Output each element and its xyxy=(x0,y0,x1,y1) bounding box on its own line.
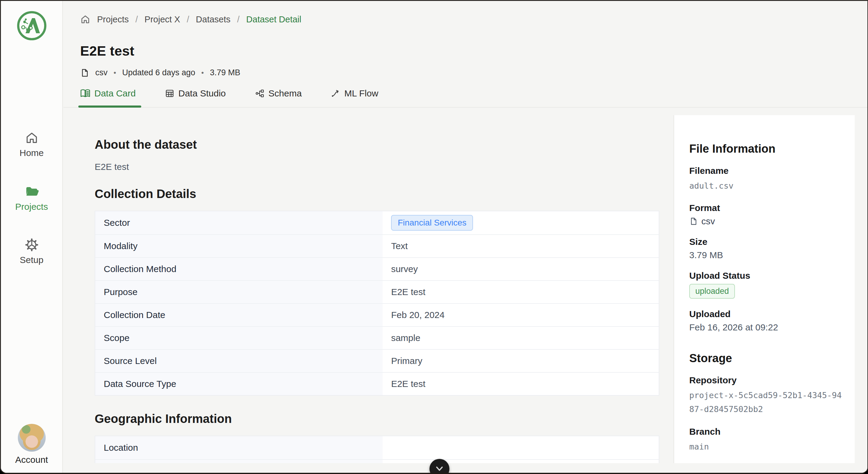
table-row: Country xyxy=(95,459,659,463)
about-heading: About the dataset xyxy=(95,138,659,152)
field-label: Filename xyxy=(689,166,844,176)
row-label: Location xyxy=(95,436,382,459)
field-label: Size xyxy=(689,237,844,247)
breadcrumb-item-dataset-detail: Dataset Detail xyxy=(246,14,301,25)
table-row: Modality Text xyxy=(95,234,659,257)
row-label: Sector xyxy=(95,211,382,234)
book-open-icon xyxy=(80,88,90,99)
dataset-meta: csv • Updated 6 days ago • 3.79 MB xyxy=(80,68,867,77)
file-info-heading: File Information xyxy=(689,143,844,155)
breadcrumb-separator: / xyxy=(237,14,240,25)
meta-updated: Updated 6 days ago xyxy=(122,68,195,77)
sidebar-item-home[interactable]: Home xyxy=(19,131,43,158)
row-value: Primary xyxy=(382,350,659,372)
table-row: Data Source Type E2E test xyxy=(95,372,659,395)
chevron-down-icon xyxy=(434,464,445,474)
sidebar-item-label: Home xyxy=(19,148,43,158)
content-viewport: About the dataset E2E test Collection De… xyxy=(63,108,867,463)
size-field: Size 3.79 MB xyxy=(689,237,844,260)
upload-status-field: Upload Status uploaded xyxy=(689,271,844,299)
row-value xyxy=(382,436,659,459)
sidebar-item-label: Setup xyxy=(20,255,43,265)
table-row: Collection Date Feb 20, 2024 xyxy=(95,303,659,326)
table-row: Sector Financial Services xyxy=(95,211,659,234)
sidebar-item-projects[interactable]: Projects xyxy=(15,184,48,212)
tab-schema[interactable]: Schema xyxy=(255,88,302,107)
sector-badge: Financial Services xyxy=(391,215,473,231)
sidebar: Home Projects xyxy=(1,1,63,473)
branch-value: main xyxy=(689,440,844,454)
flow-arrow-icon xyxy=(331,89,341,98)
tab-label: Data Card xyxy=(94,88,136,99)
breadcrumb-home-icon[interactable] xyxy=(80,14,90,25)
upload-status-badge: uploaded xyxy=(689,284,735,299)
about-description: E2E test xyxy=(95,162,659,172)
file-icon xyxy=(689,217,698,225)
tab-label: Schema xyxy=(269,88,302,99)
tab-label: ML Flow xyxy=(344,88,378,99)
geographic-table: Location Country xyxy=(95,436,659,463)
row-value: Text xyxy=(382,235,659,257)
breadcrumb-item-projects[interactable]: Projects xyxy=(97,14,129,25)
row-value: Feb 20, 2024 xyxy=(382,304,659,326)
sidebar-nav: Home Projects xyxy=(15,131,48,291)
breadcrumb-separator: / xyxy=(135,14,138,25)
filename-value: adult.csv xyxy=(689,179,844,193)
filename-field: Filename adult.csv xyxy=(689,166,844,193)
meta-format: csv xyxy=(95,68,108,77)
table-row: Purpose E2E test xyxy=(95,280,659,303)
row-label: Data Source Type xyxy=(95,373,382,395)
row-value: sample xyxy=(382,327,659,349)
row-label: Source Level xyxy=(95,350,382,372)
row-value: E2E test xyxy=(382,281,659,303)
table-icon xyxy=(165,89,175,98)
breadcrumb-separator: / xyxy=(187,14,189,25)
workflow-icon xyxy=(255,89,265,98)
file-info-panel: File Information Filename adult.csv Form… xyxy=(674,115,855,463)
uploaded-value: Feb 16, 2026 at 09:22 xyxy=(689,322,844,333)
tab-data-studio[interactable]: Data Studio xyxy=(165,88,226,107)
meta-dot: • xyxy=(202,69,204,77)
page-title: E2E test xyxy=(80,43,867,59)
uploaded-field: Uploaded Feb 16, 2026 at 09:22 xyxy=(689,309,844,333)
sidebar-item-setup[interactable]: Setup xyxy=(20,238,43,265)
field-label: Upload Status xyxy=(689,271,844,281)
table-row: Location xyxy=(95,436,659,459)
app-logo-icon xyxy=(16,10,48,41)
row-label: Collection Date xyxy=(95,304,382,326)
storage-heading: Storage xyxy=(689,352,844,365)
app-window: Home Projects xyxy=(0,0,868,474)
repository-field: Repository project-x-5c5cad59-52b1-4345-… xyxy=(689,375,844,416)
table-row: Collection Method survey xyxy=(95,257,659,280)
row-label: Collection Method xyxy=(95,258,382,280)
collection-details-heading: Collection Details xyxy=(95,187,659,201)
page-header: Projects / Project X / Datasets / Datase… xyxy=(63,1,867,107)
field-label: Format xyxy=(689,203,844,213)
breadcrumb: Projects / Project X / Datasets / Datase… xyxy=(80,14,867,25)
field-label: Uploaded xyxy=(689,309,844,319)
size-value: 3.79 MB xyxy=(689,250,844,260)
sidebar-item-label: Projects xyxy=(15,202,48,212)
collection-details-table: Sector Financial Services Modality Text … xyxy=(95,211,659,396)
row-label: Purpose xyxy=(95,281,382,303)
field-label: Repository xyxy=(689,375,844,385)
tab-ml-flow[interactable]: ML Flow xyxy=(331,88,378,107)
format-value: csv xyxy=(701,216,715,226)
breadcrumb-item-project-x[interactable]: Project X xyxy=(145,14,180,25)
branch-field: Branch main xyxy=(689,426,844,454)
folder-icon xyxy=(25,184,39,199)
data-card-content: About the dataset E2E test Collection De… xyxy=(95,138,659,463)
table-row: Source Level Primary xyxy=(95,349,659,372)
format-field: Format csv xyxy=(689,203,844,226)
home-icon xyxy=(25,131,39,145)
row-label: Country xyxy=(95,460,382,463)
row-value: E2E test xyxy=(382,373,659,395)
meta-dot: • xyxy=(114,69,116,77)
tab-data-card[interactable]: Data Card xyxy=(80,88,136,107)
sidebar-item-account[interactable]: Account xyxy=(15,424,48,465)
main-area: Projects / Project X / Datasets / Datase… xyxy=(63,1,867,473)
breadcrumb-item-datasets[interactable]: Datasets xyxy=(196,14,230,25)
tab-label: Data Studio xyxy=(179,88,226,99)
table-row: Scope sample xyxy=(95,326,659,349)
meta-size: 3.79 MB xyxy=(210,68,241,77)
